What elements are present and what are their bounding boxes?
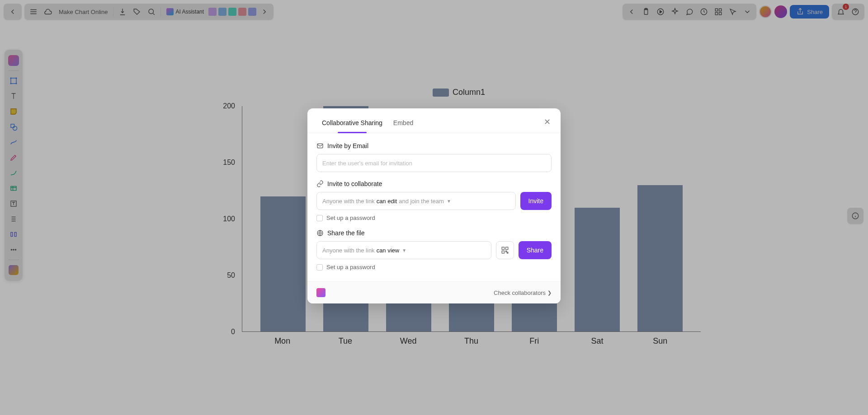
invite-button[interactable]: Invite (520, 192, 552, 210)
share-file-title: Share the file (327, 229, 365, 237)
tab-embed[interactable]: Embed (388, 116, 419, 133)
email-input[interactable] (316, 154, 552, 172)
modal-overlay[interactable]: Collaborative Sharing Embed ✕ Invite by … (0, 0, 868, 415)
invite-email-title: Invite by Email (327, 142, 368, 149)
share-modal: Collaborative Sharing Embed ✕ Invite by … (307, 108, 561, 303)
invite-password-checkbox[interactable] (316, 215, 323, 221)
svg-rect-28 (502, 251, 504, 253)
tab-collaborative[interactable]: Collaborative Sharing (316, 116, 388, 133)
qr-button[interactable] (496, 241, 514, 259)
chevron-down-icon: ▼ (447, 199, 451, 204)
share-password-label: Set up a password (326, 264, 375, 270)
share-file-button[interactable]: Share (519, 241, 552, 259)
share-link-select[interactable]: Anyone with the link can view ▼ (316, 241, 491, 259)
brand-icon (316, 288, 326, 297)
email-icon (316, 142, 324, 149)
chevron-right-icon: ❯ (547, 290, 552, 296)
share-password-checkbox[interactable] (316, 264, 323, 270)
svg-rect-26 (502, 247, 504, 249)
invite-link-select[interactable]: Anyone with the link can edit and join t… (316, 192, 516, 210)
chevron-down-icon: ▼ (402, 248, 406, 253)
invite-password-label: Set up a password (326, 214, 375, 221)
link-icon (316, 180, 324, 187)
check-collaborators-link[interactable]: Check collaborators ❯ (494, 289, 552, 296)
globe-icon (316, 229, 324, 237)
close-button[interactable]: ✕ (541, 116, 553, 128)
invite-link-title: Invite to collaborate (327, 180, 382, 187)
svg-rect-27 (505, 247, 508, 249)
